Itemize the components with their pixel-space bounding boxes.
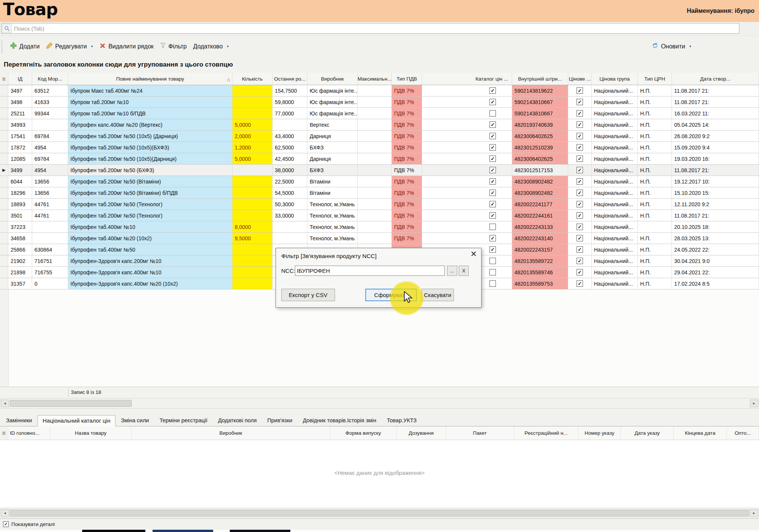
catalog-checkbox[interactable] <box>489 167 496 173</box>
table-row[interactable]: 1829613656Ібупрофен таб.200мг №50 (Вітам… <box>0 187 759 199</box>
search-input[interactable] <box>12 25 739 32</box>
tab-терміни-реєстрації[interactable]: Терміни реєстрації <box>154 415 213 426</box>
flag-checkbox[interactable] <box>577 246 583 253</box>
detail-column-header-2[interactable]: Виробник <box>132 426 330 440</box>
tab-національний-каталог-цін[interactable]: Національний каталог цін <box>37 415 116 426</box>
clear-button[interactable]: X <box>459 266 469 276</box>
table-row[interactable]: 34658Ібупрофен таб.400мг №20 (10х2)9,500… <box>0 233 759 244</box>
catalog-checkbox[interactable] <box>489 269 496 275</box>
refresh-button[interactable]: Оновити ▼ <box>652 42 692 50</box>
catalog-checkbox[interactable] <box>489 258 496 264</box>
detail-column-header-3[interactable]: Форма випуску <box>330 426 397 440</box>
flag-checkbox[interactable] <box>577 167 583 173</box>
flag-checkbox[interactable] <box>577 258 583 264</box>
flag-checkbox[interactable] <box>577 190 583 196</box>
flag-checkbox[interactable] <box>577 156 583 162</box>
table-row[interactable]: 350144761Ібупрофен таб.200мг №50 (Технол… <box>0 210 759 221</box>
generate-button[interactable]: Сформувати <box>365 289 417 301</box>
flag-checkbox[interactable] <box>577 280 583 287</box>
detail-column-header-6[interactable]: Реєстраційний н... <box>514 426 578 440</box>
table-row[interactable]: 37223Ібупрофен таб.400мг №108,0000Технол… <box>0 221 759 233</box>
catalog-checkbox[interactable] <box>489 121 496 128</box>
table-row[interactable]: 178724954Ібупрофен таб.200мг №50 (10х5)(… <box>0 142 759 153</box>
column-header-max[interactable]: Максимальн... <box>358 73 392 85</box>
catalog-checkbox[interactable] <box>489 99 496 105</box>
table-row[interactable]: 34993Ібупрофен капс.400мг №20 (Вертекс)5… <box>0 119 759 131</box>
flag-checkbox[interactable] <box>577 99 583 105</box>
filter-button[interactable]: Фільтр <box>160 43 187 50</box>
table-row[interactable]: 1889344761Ібупрофен таб.200мг №50 (Техно… <box>0 199 759 210</box>
show-details-checkbox[interactable] <box>3 521 9 527</box>
catalog-checkbox[interactable] <box>489 144 496 151</box>
table-row[interactable]: 1208569784Ібупрофен таб.200мг №50 (10х5)… <box>0 153 759 165</box>
column-header-last[interactable]: Остання ро... <box>273 73 307 85</box>
tab-замінники[interactable]: Замінники <box>1 415 37 426</box>
table-row[interactable]: 34994954Ібупрофен таб.200мг №50 (БХФЗ)38… <box>0 165 759 176</box>
catalog-checkbox[interactable] <box>489 224 496 230</box>
detail-column-header-0[interactable]: ID головно... <box>8 426 50 440</box>
group-by-panel[interactable]: Перетягніть заголовок колонки сюди для у… <box>0 57 759 73</box>
catalog-checkbox[interactable] <box>489 201 496 207</box>
column-header-vat[interactable]: Тип ПДВ <box>392 73 422 85</box>
flag-checkbox[interactable] <box>577 269 583 275</box>
flag-checkbox[interactable] <box>577 121 583 128</box>
horizontal-scrollbar[interactable]: ◄ ► <box>0 398 759 409</box>
table-row[interactable]: 2521199344Ібупром таб.200мг №10 б/ПДВ77,… <box>0 108 759 119</box>
detail-horizontal-scrollbar[interactable]: ◄ ► <box>0 508 759 518</box>
catalog-checkbox[interactable] <box>489 190 496 196</box>
flag-checkbox[interactable] <box>577 110 583 117</box>
catalog-checkbox[interactable] <box>489 246 496 253</box>
tab-додаткові-поля[interactable]: Додаткові поля <box>213 415 262 426</box>
column-header-created[interactable]: Дата створ... <box>672 73 759 85</box>
flag-checkbox[interactable] <box>577 178 583 185</box>
flag-checkbox[interactable] <box>577 144 583 151</box>
table-row[interactable]: 349763512Ібупром Макс таб.400мг №24154,7… <box>0 85 759 96</box>
scroll-right-arrow-icon[interactable]: ► <box>750 400 758 407</box>
detail-column-header-8[interactable]: Дата указу <box>621 426 674 440</box>
flag-checkbox[interactable] <box>577 133 583 139</box>
catalog-checkbox[interactable] <box>489 133 496 139</box>
more-button[interactable]: Додатково ▼ <box>193 43 229 50</box>
detail-column-header-10[interactable]: Опто... <box>727 426 759 440</box>
export-csv-button[interactable]: Експорт у CSV <box>281 289 335 301</box>
tab-товар-уктз[interactable]: Товар.УКТЗ <box>382 415 422 426</box>
column-header-catalog[interactable]: Каталог цін ... <box>422 73 512 85</box>
flag-checkbox[interactable] <box>577 212 583 219</box>
edit-button[interactable]: Редагувати ▼ <box>46 42 94 50</box>
detail-column-header-9[interactable]: Кінцева дата <box>674 426 727 440</box>
column-header-code[interactable]: Код Мор... <box>32 73 68 85</box>
scroll-right-arrow-icon[interactable]: ► <box>750 509 758 517</box>
table-row[interactable]: 349841633Ібупром таб.200мг №1059,8000Юс … <box>0 96 759 108</box>
table-row[interactable]: 1754169784Ібупрофен таб.200мг №50 (10х5)… <box>0 131 759 142</box>
catalog-checkbox[interactable] <box>489 178 496 185</box>
detail-column-header-5[interactable]: Пакет <box>446 426 514 440</box>
column-header-barcode[interactable]: Внутрішній штри... <box>512 73 568 85</box>
flag-checkbox[interactable] <box>577 235 583 241</box>
scroll-left-arrow-icon[interactable]: ◄ <box>1 400 9 407</box>
detail-column-header-7[interactable]: Номер указу <box>578 426 621 440</box>
column-header-qty[interactable]: Кількість <box>232 73 273 85</box>
toolbar-grip-handle[interactable] <box>2 40 4 53</box>
column-header-manuf[interactable]: Виробник <box>307 73 358 85</box>
search-box[interactable] <box>1 23 739 34</box>
catalog-checkbox[interactable] <box>489 280 496 287</box>
table-row[interactable]: 604413656Ібупрофен таб.200мг №50 (Вітамі… <box>0 176 759 187</box>
scrollbar-thumb[interactable] <box>10 400 132 407</box>
tab-зміна-сили[interactable]: Зміна сили <box>115 415 154 426</box>
column-header-id[interactable]: ІД <box>8 73 32 85</box>
delete-row-button[interactable]: Видалити рядок <box>100 43 153 50</box>
detail-column-header-4[interactable]: Дозування <box>397 426 446 440</box>
column-header-crn[interactable]: Тип ЦРН <box>638 73 672 85</box>
catalog-checkbox[interactable] <box>489 235 496 241</box>
catalog-checkbox[interactable] <box>489 110 496 117</box>
tab-прив'язки[interactable]: Прив'язки <box>262 415 298 426</box>
detail-column-header-1[interactable]: Назва товару <box>50 426 132 440</box>
tab-довідник-товарів-історія-змін[interactable]: Довідник товарів.Історія змін <box>298 415 382 426</box>
column-header-flag[interactable]: Цінове ... <box>568 73 592 85</box>
flag-checkbox[interactable] <box>577 224 583 230</box>
flag-checkbox[interactable] <box>577 87 583 94</box>
column-header-group[interactable]: Цінова група <box>592 73 638 85</box>
ncc-input[interactable] <box>295 266 445 276</box>
scroll-left-arrow-icon[interactable]: ◄ <box>1 509 9 517</box>
catalog-checkbox[interactable] <box>489 87 496 94</box>
